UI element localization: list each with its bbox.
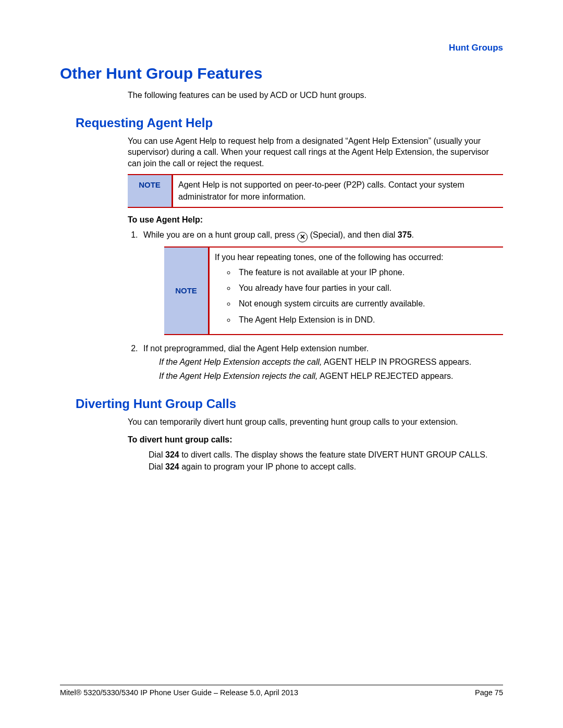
step-1: While you are on a hunt group call, pres… [140, 229, 503, 335]
bullet-item: Not enough system circuits are currently… [236, 298, 498, 310]
intro-paragraph: The following features can be used by AC… [128, 90, 503, 101]
bullet-item: The feature is not available at your IP … [236, 267, 498, 278]
running-header: Hunt Groups [60, 43, 503, 53]
procedure-lead-1: To use Agent Help: [128, 215, 503, 225]
bullet-item: The Agent Help Extension is in DND. [236, 314, 498, 326]
page-title: Other Hunt Group Features [60, 65, 503, 82]
special-key-icon: ✕ [297, 232, 308, 242]
divert-instruction: Dial 324 to divert calls. The display sh… [149, 449, 503, 473]
note-bullet-list: The feature is not available at your IP … [236, 267, 498, 326]
note-box-2: NOTE If you hear repeating tones, one of… [164, 246, 503, 335]
step-2: If not preprogrammed, dial the Agent Hel… [140, 342, 503, 382]
procedure-list-1: While you are on a hunt group call, pres… [140, 229, 503, 382]
note-label: NOTE [164, 247, 209, 335]
outcome-accept: If the Agent Help Extension accepts the … [159, 356, 503, 368]
outcome-reject: If the Agent Help Extension rejects the … [159, 371, 503, 382]
footer-right: Page 75 [475, 688, 503, 697]
section-heading-diverting: Diverting Hunt Group Calls [76, 397, 503, 411]
page-footer: Mitel® 5320/5330/5340 IP Phone User Guid… [60, 685, 503, 697]
document-page: Hunt Groups Other Hunt Group Features Th… [0, 0, 563, 728]
note-box-1: NOTE Agent Help is not supported on peer… [128, 174, 503, 208]
note-body: Agent Help is not supported on peer-to-p… [173, 175, 504, 207]
footer-left: Mitel® 5320/5330/5340 IP Phone User Guid… [60, 688, 298, 697]
bullet-item: You already have four parties in your ca… [236, 282, 498, 294]
note-body: If you hear repeating tones, one of the … [209, 247, 504, 335]
section1-paragraph: You can use Agent Help to request help f… [128, 135, 503, 169]
note-label: NOTE [128, 175, 173, 207]
procedure-lead-2: To divert hunt group calls: [128, 435, 503, 445]
section-heading-requesting: Requesting Agent Help [76, 116, 503, 130]
section2-paragraph: You can temporarily divert hunt group ca… [128, 416, 503, 428]
